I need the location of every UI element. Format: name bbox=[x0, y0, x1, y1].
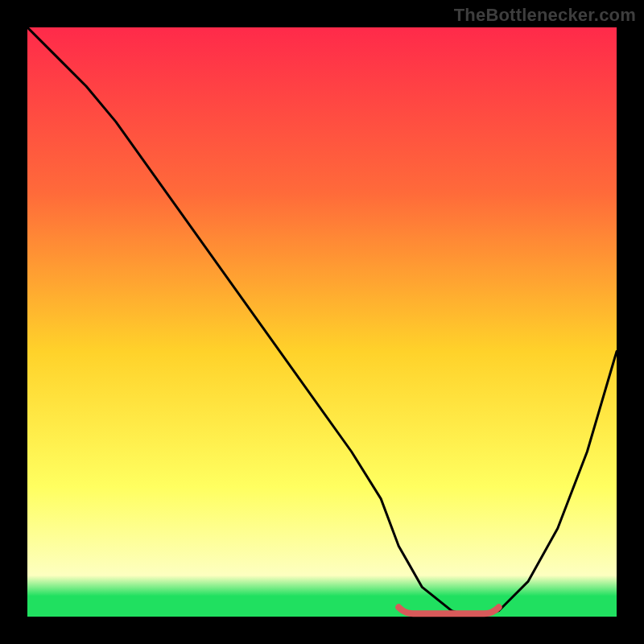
watermark-text: TheBottlenecker.com bbox=[454, 5, 636, 26]
chart-container: TheBottlenecker.com bbox=[0, 0, 644, 644]
chart-svg bbox=[0, 0, 644, 644]
plot-area bbox=[27, 27, 617, 617]
